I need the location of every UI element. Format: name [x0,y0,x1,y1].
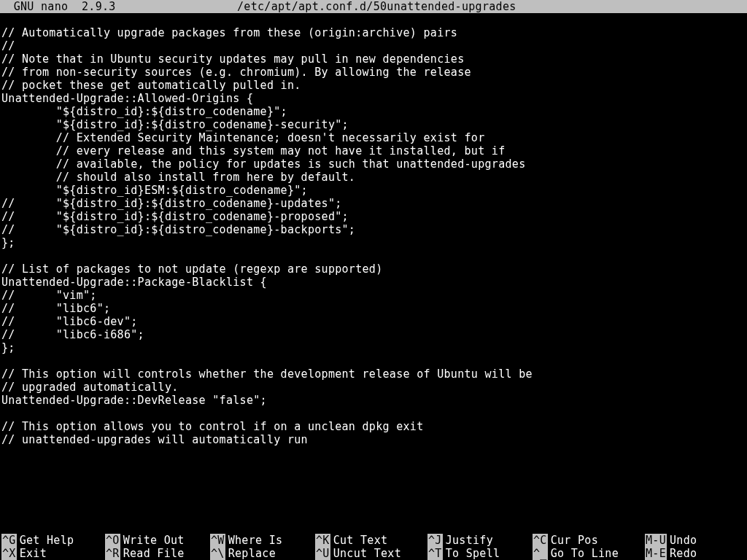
file-path: /etc/apt/apt.conf.d/50unattended-upgrade… [116,0,638,13]
shortcut-item[interactable]: ^KCut Text [315,534,427,547]
buffer-line: // Automatically upgrade packages from t… [0,26,747,39]
buffer-line [0,407,747,420]
buffer-line [0,13,747,26]
buffer-line: // "libc6"; [0,302,747,315]
app-name: GNU nano 2.9.3 [0,0,116,13]
buffer-line: // Extended Security Maintenance; doesn'… [0,131,747,144]
buffer-line: Unattended-Upgrade::Allowed-Origins { [0,92,747,105]
buffer-line: // "${distro_id}:${distro_codename}-back… [0,223,747,236]
shortcut-item[interactable]: ^UUncut Text [315,547,427,560]
shortcut-label: Read File [120,547,185,560]
buffer-line: // upgraded automatically. [0,381,747,394]
shortcut-item[interactable]: ^GGet Help [0,534,105,547]
shortcut-label: Replace [225,547,276,560]
buffer-line: "${distro_id}:${distro_codename}-securit… [0,118,747,131]
shortcut-label: Where Is [225,534,283,547]
shortcut-key: ^O [105,534,120,547]
shortcut-item[interactable]: ^OWrite Out [105,534,210,547]
buffer-line: // List of packages to not update (regex… [0,262,747,276]
buffer-line [0,354,747,368]
shortcut-bar: ^GGet Help^OWrite Out^WWhere Is^KCut Tex… [0,534,747,560]
shortcut-label: Cut Text [330,534,388,547]
buffer-line: // pocket these get automatically pulled… [0,79,747,92]
buffer-line: // from non-security sources (e.g. chrom… [0,66,747,79]
shortcut-key: ^C [533,534,548,547]
shortcut-key: M-U [645,534,667,547]
buffer-line: // "libc6-dev"; [0,315,747,328]
shortcut-key: ^J [427,534,443,547]
buffer-line: Unattended-Upgrade::DevRelease "false"; [0,394,747,407]
shortcut-key: ^X [1,547,17,560]
shortcut-row-1: ^GGet Help^OWrite Out^WWhere Is^KCut Tex… [0,534,747,547]
buffer-line: Unattended-Upgrade::Package-Blacklist { [0,276,747,289]
shortcut-row-2: ^XExit^RRead File^\Replace^UUncut Text^T… [0,547,747,560]
shortcut-key: ^G [1,534,17,547]
shortcut-key: ^U [315,547,330,560]
shortcut-item[interactable]: ^JJustify [427,534,533,547]
shortcut-key: ^K [315,534,330,547]
buffer-line: }; [0,236,747,249]
shortcut-item[interactable]: ^_Go To Line [533,547,645,560]
buffer-line: // should also install from here by defa… [0,171,747,184]
buffer-line: // [0,39,747,52]
shortcut-label: To Spell [443,547,500,560]
buffer-line: }; [0,341,747,354]
buffer-line: "${distro_id}:${distro_codename}"; [0,105,747,118]
shortcut-key: ^W [210,534,225,547]
buffer-line: // "${distro_id}:${distro_codename}-prop… [0,210,747,223]
buffer-line: // unattended-upgrades will automaticall… [0,433,747,446]
shortcut-label: Write Out [120,534,185,547]
shortcut-item[interactable]: ^TTo Spell [427,547,533,560]
buffer-line: // "vim"; [0,289,747,302]
shortcut-item[interactable]: M-UUndo [645,534,746,547]
title-bar: GNU nano 2.9.3 /etc/apt/apt.conf.d/50una… [0,0,747,13]
shortcut-label: Redo [667,547,697,560]
shortcut-item[interactable]: ^RRead File [105,547,210,560]
shortcut-key: M-E [645,547,667,560]
shortcut-item[interactable]: ^\Replace [210,547,315,560]
shortcut-label: Undo [667,534,697,547]
shortcut-key: ^\ [210,547,225,560]
buffer-line: // This option will controls whether the… [0,368,747,381]
shortcut-item[interactable]: ^CCur Pos [533,534,645,547]
shortcut-label: Get Help [17,534,74,547]
shortcut-key: ^_ [533,547,548,560]
editor-buffer[interactable]: // Automatically upgrade packages from t… [0,13,747,534]
buffer-line: // every release and this system may not… [0,144,747,158]
shortcut-label: Go To Line [548,547,619,560]
shortcut-item[interactable]: ^WWhere Is [210,534,315,547]
buffer-line [0,249,747,262]
shortcut-key: ^R [105,547,120,560]
shortcut-label: Cur Pos [548,534,598,547]
buffer-line: // "libc6-i686"; [0,328,747,341]
shortcut-label: Exit [17,547,47,560]
buffer-line: // Note that in Ubuntu security updates … [0,52,747,66]
buffer-line: // available, the policy for updates is … [0,158,747,171]
shortcut-key: ^T [427,547,443,560]
shortcut-label: Uncut Text [330,547,401,560]
buffer-line: // This option allows you to control if … [0,420,747,433]
shortcut-label: Justify [443,534,493,547]
buffer-line: // "${distro_id}:${distro_codename}-upda… [0,197,747,210]
shortcut-item[interactable]: M-ERedo [645,547,746,560]
shortcut-item[interactable]: ^XExit [0,547,105,560]
buffer-line: "${distro_id}ESM:${distro_codename}"; [0,184,747,197]
